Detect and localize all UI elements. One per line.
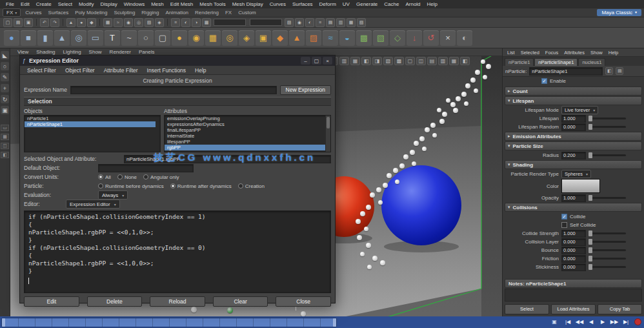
attribute-rgbpp[interactable]: rgbPP [165, 145, 326, 150]
two-pane-layout-button[interactable]: ◫ [1, 143, 9, 149]
shelf-tab-custom[interactable]: Custom [235, 10, 259, 15]
menu-deform[interactable]: Deform [316, 1, 339, 7]
numeric-input-field[interactable] [250, 19, 282, 26]
radius-field[interactable]: 0.200 [561, 152, 586, 159]
lifespan-slider[interactable] [589, 118, 626, 119]
viewport-menu-shading[interactable]: Shading [33, 49, 58, 55]
shelf-tab-animation[interactable]: Animation [162, 10, 192, 15]
blue-sphere[interactable] [381, 165, 461, 245]
convert-units-option-angular-only[interactable]: Angular only [143, 174, 179, 180]
section-emission-attributes[interactable]: ▸Emission Attributes [505, 132, 642, 141]
shelf-tab-rendering[interactable]: Rendering [192, 10, 222, 15]
convert-units-option-none[interactable]: None [117, 174, 137, 180]
ae-menu-show[interactable]: Show [588, 50, 605, 56]
enable-checkbox[interactable]: ✓ [541, 78, 547, 84]
menu-curves[interactable]: Curves [267, 1, 289, 7]
move-tool-icon[interactable]: + [1, 84, 9, 92]
friction-field[interactable]: 0.000 [561, 255, 586, 263]
select-hierarchy-icon[interactable]: ▲ [66, 18, 75, 27]
menu-arnold[interactable]: Arnold [402, 1, 423, 7]
expression-text-area[interactable]: if (nParticleShape1.collisionGeometryInd… [24, 210, 331, 293]
node-name-field[interactable]: nParticleShape1 [529, 67, 603, 76]
attribute-expressionsafterdynamics[interactable]: expressionsAfterDynamics [165, 121, 326, 127]
shelf-torus-icon[interactable]: ◎ [71, 30, 86, 46]
minimize-button[interactable]: – [301, 57, 310, 65]
menu-file[interactable]: File [3, 1, 17, 7]
go-to-end-button[interactable]: ▶| [621, 318, 631, 326]
copy-tab-button[interactable]: Copy Tab [598, 304, 642, 314]
rotate-tool-icon[interactable]: ↻ [1, 95, 9, 103]
texture-view-icon[interactable]: ▦ [449, 57, 459, 65]
tool-settings-icon[interactable]: ▦ [347, 18, 356, 27]
new-expression-button[interactable]: New Expression [280, 85, 331, 95]
friction-slider[interactable] [589, 258, 626, 260]
shelf-render-icon[interactable]: ◐ [457, 30, 472, 46]
auto-keyframe-button[interactable] [634, 318, 641, 325]
menu-display[interactable]: Display [97, 1, 121, 7]
shelf-gravity-field-icon[interactable]: ↓ [407, 30, 422, 46]
window-title-bar[interactable]: ƒ Expression Editor –▢× [20, 56, 335, 66]
editor-dropdown[interactable]: Expression Editor ▾ [66, 200, 120, 209]
four-pane-layout-button[interactable]: ▦ [1, 134, 9, 140]
shelf-instancer-icon[interactable]: ◈ [239, 30, 254, 46]
outliner-persp-layout-button[interactable]: ◧ [1, 152, 9, 158]
frame-all-icon[interactable]: ▦ [350, 57, 360, 65]
shelf-text-tool-icon[interactable]: T [105, 30, 120, 46]
menu-modify[interactable]: Modify [75, 1, 97, 7]
shelf-sphere-icon[interactable]: ● [4, 30, 19, 46]
slider-handle-icon[interactable] [589, 256, 592, 261]
menu-mesh-display[interactable]: Mesh Display [229, 1, 267, 7]
workspace-selector[interactable]: Maya Classic ▾ [597, 9, 641, 16]
shelf-turbulence-field-icon[interactable]: ↺ [423, 30, 439, 46]
lifespan-random-field[interactable]: 0.000 [561, 123, 586, 131]
snap-point-icon[interactable]: ◉ [124, 18, 133, 27]
shelf-cylinder-icon[interactable]: ▮ [37, 30, 53, 46]
single-pane-layout-button[interactable]: ▭ [1, 125, 9, 131]
stickiness-field[interactable]: 0.000 [561, 263, 586, 271]
default-object-field[interactable] [98, 164, 194, 172]
shelf-ocean-icon[interactable]: ≈ [323, 30, 338, 46]
shelf-fluid-icon[interactable]: ▨ [306, 30, 321, 46]
tab-nucleus1[interactable]: nucleus1 [578, 58, 605, 66]
time-slider-bar[interactable]: ▣ |◀◀◀◀▶▶▶▶| [0, 316, 644, 328]
tab-nparticle1[interactable]: nParticle1 [505, 58, 534, 66]
particle-mode-option-runtime-after-dynamics[interactable]: Runtime after dynamics [170, 183, 232, 189]
menu-select[interactable]: Select [55, 1, 75, 7]
shelf-circle-icon[interactable]: ○ [138, 30, 154, 46]
select-component-icon[interactable]: ◆ [87, 18, 96, 27]
load-attributes-button[interactable]: Load Attributes [551, 304, 596, 314]
shelf-tab-surfaces[interactable]: Surfaces [45, 10, 72, 15]
menu-help[interactable]: Help [424, 1, 441, 7]
snap-plane-icon[interactable]: ▧ [145, 18, 154, 27]
undo-icon[interactable]: ↶ [40, 18, 49, 27]
ipr-render-icon[interactable]: ◑ [192, 18, 201, 27]
slider-handle-icon[interactable] [589, 116, 592, 121]
select-object-icon[interactable]: ● [77, 18, 86, 27]
shelf-particle-grid-icon[interactable]: ▦ [205, 30, 221, 46]
lifespan-mode-dropdown[interactable]: Live forever▾ [561, 106, 598, 114]
attribute-finallifespanpp[interactable]: finalLifespanPP [165, 127, 326, 133]
slider-handle-icon[interactable] [589, 152, 592, 158]
ae-menu-selected[interactable]: Selected [518, 50, 542, 56]
slider-handle-icon[interactable] [589, 195, 592, 201]
isolate-select-icon[interactable]: ◨ [372, 57, 382, 65]
menu-windows[interactable]: Windows [121, 1, 148, 7]
close-button[interactable]: × [323, 57, 332, 65]
menu-cache[interactable]: Cache [381, 1, 402, 7]
menu-select-filter[interactable]: Select Filter [23, 67, 60, 74]
ae-menu-attributes[interactable]: Attributes [561, 50, 587, 56]
notes-section-header[interactable]: Notes: nParticleShape1 [505, 279, 642, 288]
shelf-goal-icon[interactable]: ◎ [222, 30, 237, 46]
shelf-volume-emitter-icon[interactable]: ▲ [289, 30, 305, 46]
shelf-cube-icon[interactable]: ■ [21, 30, 36, 46]
shelf-cone-icon[interactable]: ▲ [54, 30, 70, 46]
shelf-delete-icon[interactable]: × [440, 30, 456, 46]
range-slider[interactable] [1, 318, 337, 327]
close-button[interactable]: Close [276, 296, 331, 307]
menu-set-selector[interactable]: FX ▾ [3, 8, 21, 17]
select-button[interactable]: Select [505, 304, 549, 314]
menu-attribute-filter[interactable]: Attribute Filter [100, 67, 142, 74]
shelf-tab-poly-modeling[interactable]: Poly Modeling [72, 10, 110, 15]
shelf-passive-collider-icon[interactable]: ▧ [373, 30, 388, 46]
reload-button[interactable]: Reload [150, 296, 205, 307]
